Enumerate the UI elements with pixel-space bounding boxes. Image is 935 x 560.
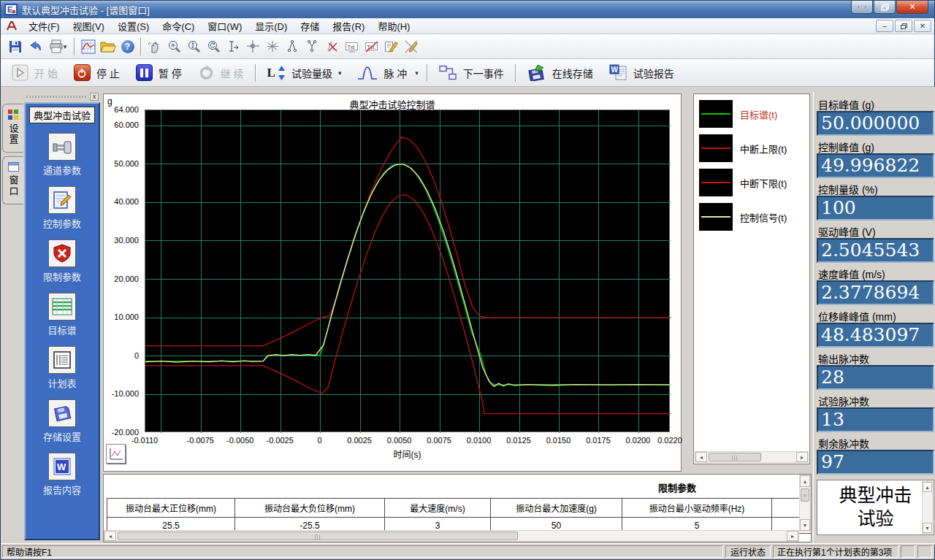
edit-notes-button[interactable] <box>381 37 401 56</box>
mdi-close-button[interactable]: ✕ <box>914 20 931 32</box>
left-dock: 设置 窗口 x 典型冲击试验 通道参数 控制参数 <box>2 92 100 540</box>
resume-button[interactable]: 继 续 <box>190 61 252 85</box>
sidebar-item-report-content[interactable]: W 报告内容 <box>29 453 95 496</box>
legend-item[interactable]: 中断下限(t) <box>699 169 809 196</box>
minimize-button[interactable] <box>851 1 873 14</box>
y-tick-label: 64.000 <box>114 105 139 114</box>
test-level-button[interactable]: L 试验量级▾ <box>259 61 350 85</box>
field-label: 目标峰值 (g) <box>818 97 934 110</box>
sidebar-item-limit-params[interactable]: 限制参数 <box>29 239 95 283</box>
scroll-thumb[interactable]: ||| <box>709 453 761 461</box>
pan-hand-button[interactable] <box>145 37 164 56</box>
scroll-up-icon[interactable]: ▴ <box>923 482 932 492</box>
series-中断上限(t) <box>145 137 671 346</box>
y-tick-label: 50.000 <box>114 159 139 168</box>
menu-settings[interactable]: 设置(S) <box>111 18 156 34</box>
zoom-vertical-button[interactable] <box>184 37 204 56</box>
legend-horizontal-scrollbar[interactable]: ◂ ||| ▸ <box>695 451 809 463</box>
sidebar-item-control-params[interactable]: 控制参数 <box>29 186 95 230</box>
mini-plot-button[interactable] <box>106 444 126 464</box>
test-report-button[interactable]: W 试验报告 <box>601 61 682 85</box>
undo-button[interactable] <box>25 37 45 56</box>
x-tick-label: -0.0075 <box>187 436 214 445</box>
help-button[interactable]: ? <box>118 37 137 56</box>
pause-button[interactable]: 暂 停 <box>128 61 190 85</box>
chart-plot-area[interactable] <box>145 110 670 432</box>
scroll-right-icon[interactable]: ▸ <box>796 452 808 462</box>
drive-peak-value: 2.5045543 <box>817 238 934 263</box>
dock-close-icon[interactable]: x <box>90 93 99 101</box>
stop-button[interactable]: 停 止 <box>66 61 128 85</box>
print-button[interactable]: ▾ <box>45 37 71 56</box>
scroll-thumb[interactable]: ||| <box>118 532 518 540</box>
zoom-in-button[interactable] <box>164 37 184 56</box>
crosshair-cursor-button[interactable] <box>243 37 263 56</box>
sidebar-item-channel-params[interactable]: 通道参数 <box>29 133 95 177</box>
mdi-restore-button[interactable] <box>895 20 912 32</box>
print-dropdown-icon[interactable]: ▾ <box>64 43 67 50</box>
legend-item[interactable]: 目标谱(t) <box>699 100 809 128</box>
menu-command[interactable]: 命令(C) <box>156 18 201 34</box>
save-button[interactable] <box>5 37 25 56</box>
star-cursor-button[interactable] <box>263 37 283 56</box>
zoom-reset-button[interactable] <box>204 37 224 56</box>
menu-display[interactable]: 显示(D) <box>248 18 294 34</box>
delete-text-annotation-button[interactable]: Txt <box>362 37 381 56</box>
legend-item[interactable]: 控制信号(t) <box>699 203 809 231</box>
legend-item[interactable]: 中断上限(t) <box>699 134 809 162</box>
caliper-closed-button[interactable] <box>302 37 322 56</box>
scroll-down-icon[interactable]: ▾ <box>923 523 932 533</box>
svg-text:E: E <box>7 5 12 14</box>
y-tick-label: 60.000 <box>114 120 139 129</box>
scroll-down-icon[interactable]: ▾ <box>800 519 810 531</box>
start-button[interactable]: 开 始 <box>4 61 66 85</box>
pulse-shape-button[interactable]: 脉 冲 <box>349 61 410 85</box>
series-控制信号(t) <box>145 164 671 387</box>
mdi-minimize-button[interactable]: – <box>876 20 893 32</box>
scroll-up-icon[interactable]: ▴ <box>800 475 810 487</box>
delete-cursor-button[interactable] <box>322 37 342 56</box>
test-name-scrollbar[interactable]: ▴ ▾ <box>922 481 933 534</box>
cursor-ibeam-button[interactable] <box>224 37 243 56</box>
menu-view[interactable]: 视图(V) <box>66 18 111 34</box>
sidebar-item-schedule[interactable]: 计划表 <box>29 346 95 390</box>
delete-notes-button[interactable] <box>401 37 421 56</box>
menu-storage[interactable]: 存储 <box>294 18 326 34</box>
scroll-left-icon[interactable]: ◂ <box>104 531 116 541</box>
menu-window[interactable]: 窗口(W) <box>201 18 248 34</box>
sidebar-item-target-spectrum[interactable]: 目标谱 <box>29 293 95 337</box>
online-store-button[interactable]: 在线存储 <box>519 61 601 85</box>
x-tick-label: 0.0150 <box>546 436 571 445</box>
scroll-right-icon[interactable]: ▸ <box>787 531 798 541</box>
remaining-pulse-count: 97 <box>817 450 934 475</box>
y-tick-label: 20.000 <box>114 275 139 283</box>
caliper-open-button[interactable] <box>283 37 302 56</box>
pulse-dropdown-button[interactable]: ▾ <box>410 61 424 85</box>
y-tick-label: 40.000 <box>114 197 139 206</box>
x-tick-label: 0.0025 <box>347 436 372 445</box>
next-event-icon <box>439 65 457 80</box>
tab-settings[interactable]: 设置 <box>2 104 23 153</box>
menu-help[interactable]: 帮助(H) <box>371 18 416 34</box>
scroll-thumb[interactable]: ≡ <box>801 488 809 502</box>
table-header-cell: 振动台最大负位移(mm) <box>235 499 385 518</box>
close-button[interactable]: ✕ <box>896 1 928 14</box>
x-tick-label: 0.0075 <box>427 436 451 445</box>
menu-file[interactable]: 文件(F) <box>22 18 66 34</box>
restore-button[interactable] <box>874 1 896 14</box>
scroll-left-icon[interactable]: ◂ <box>695 452 707 462</box>
tab-window[interactable]: 窗口 <box>2 156 23 204</box>
status-help-text: 帮助请按F1 <box>2 545 723 558</box>
text-annotation-button[interactable]: Txt <box>342 37 362 56</box>
open-folder-button[interactable] <box>98 37 118 56</box>
sidebar-item-storage-settings[interactable]: 存储设置 <box>29 399 95 443</box>
drag-handle[interactable] <box>26 96 88 98</box>
dock-grip[interactable]: x <box>24 92 100 101</box>
table-vertical-scrollbar[interactable]: ▴ ≡ ▾ <box>799 475 811 532</box>
table-horizontal-scrollbar[interactable]: ◂ ||| ▸ <box>104 530 799 542</box>
field-label: 驱动峰值 (V) <box>818 224 934 237</box>
menu-report[interactable]: 报告(R) <box>326 18 371 34</box>
resume-icon <box>198 64 215 81</box>
next-event-button[interactable]: 下一事件 <box>431 61 512 85</box>
spectrum-window-button[interactable] <box>78 37 98 56</box>
